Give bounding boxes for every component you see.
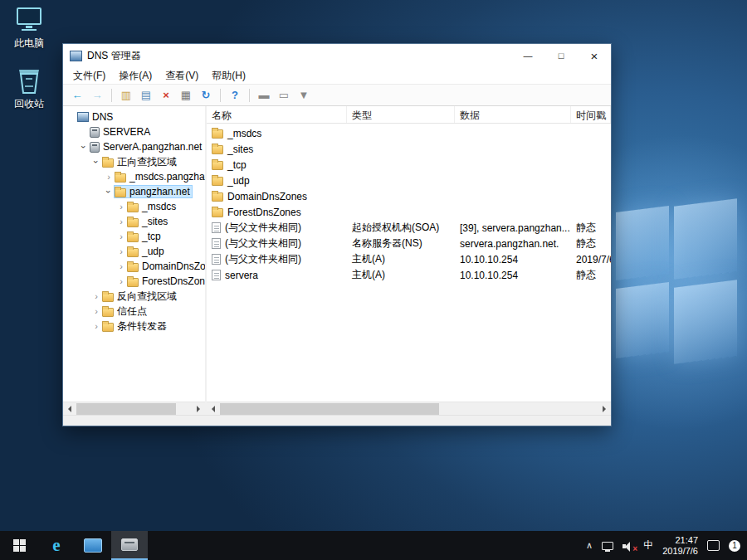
notification-badge[interactable]: 1 [729, 540, 740, 552]
expander-icon[interactable]: › [116, 202, 126, 212]
column-header-0[interactable]: 名称 [207, 106, 347, 123]
expander-icon[interactable]: › [116, 231, 126, 241]
action-center-icon[interactable] [707, 540, 720, 551]
tree-item[interactable]: › 反向查找区域 [63, 289, 205, 304]
tree-item[interactable]: › 正向查找区域 [63, 154, 205, 169]
tree-item[interactable]: › _udp [63, 244, 205, 259]
taskbar-clock[interactable]: 21:47 2019/7/6 [662, 535, 698, 557]
help-icon[interactable]: ? [226, 87, 244, 104]
record-timestamp: 静态 [571, 221, 611, 235]
table-row[interactable]: _udp [207, 173, 611, 188]
hidden-icons-chevron-icon[interactable]: ∧ [586, 540, 593, 551]
filter-icon[interactable]: ▼ [295, 87, 313, 104]
console-tree: DNS SERVERA › ServerA.pangzhan.net › 正向查… [63, 106, 205, 402]
tree-item-label: _msdcs [142, 201, 176, 212]
table-row[interactable]: _tcp [207, 157, 611, 173]
table-row[interactable]: DomainDnsZones [207, 188, 611, 204]
maximize-button[interactable]: □ [544, 44, 578, 67]
folder-icon [127, 218, 139, 227]
tree-item-label: _msdcs.pangzhan.net [129, 171, 205, 183]
tree-item-label: ServerA.pangzhan.net [103, 141, 202, 153]
column-header-3[interactable]: 时间戳 [571, 106, 611, 123]
table-row[interactable]: (与父文件夹相同) 主机(A) 10.10.10.254 2019/7/6 [207, 251, 611, 267]
expander-icon[interactable]: › [116, 217, 126, 226]
list-horizontal-scrollbar[interactable] [207, 402, 611, 415]
record-list-pane: 名称类型数据时间戳 _msdcs _sites _tcp _udp Domain… [207, 106, 611, 415]
windows-logo-pane [616, 206, 669, 280]
column-header-2[interactable]: 数据 [455, 106, 571, 123]
expander-icon[interactable]: › [104, 187, 114, 197]
ime-indicator[interactable]: 中 [643, 538, 653, 553]
tree-item[interactable]: › ServerA.pangzhan.net [63, 139, 205, 154]
scrollbar-track[interactable] [220, 402, 598, 416]
expander-icon[interactable]: › [91, 306, 101, 316]
tree-horizontal-scrollbar[interactable] [63, 402, 205, 415]
table-row[interactable]: _msdcs [207, 125, 611, 141]
scrollbar-thumb[interactable] [220, 403, 439, 415]
table-row[interactable]: (与父文件夹相同) 名称服务器(NS) servera.pangzhan.net… [207, 236, 611, 251]
close-button[interactable]: × [578, 44, 611, 67]
expander-icon[interactable]: › [104, 172, 114, 182]
forward-icon[interactable]: → [88, 87, 106, 104]
tree-item[interactable]: › pangzhan.net [63, 184, 205, 199]
export-list-icon[interactable]: ▦ [177, 87, 195, 104]
expander-icon[interactable]: › [91, 321, 101, 331]
minimize-button[interactable]: — [511, 44, 544, 67]
column-headers: 名称类型数据时间戳 [207, 106, 611, 124]
taskbar-edge-button[interactable]: e [38, 531, 75, 560]
back-icon[interactable]: ← [68, 87, 86, 104]
scroll-right-icon[interactable] [598, 402, 611, 416]
tree-item[interactable]: › ForestDnsZones [63, 274, 205, 289]
desktop-icon-this-pc[interactable]: 此电脑 [2, 5, 56, 51]
folder-icon [127, 248, 139, 257]
table-row[interactable]: (与父文件夹相同) 起始授权机构(SOA) [39], servera.pang… [207, 220, 611, 236]
expander-icon[interactable]: › [91, 291, 101, 301]
console-tree-icon[interactable]: ▥ [117, 87, 135, 104]
view-list-icon[interactable]: ▬ [255, 87, 273, 104]
expander-icon[interactable]: › [116, 261, 126, 271]
titlebar[interactable]: DNS 管理器 — □ × [63, 44, 611, 67]
menu-item[interactable]: 文件(F) [66, 67, 112, 85]
server-icon [90, 142, 100, 153]
windows-logo-pane [674, 280, 737, 363]
menu-item[interactable]: 操作(A) [112, 67, 159, 85]
tree-item[interactable]: SERVERA [63, 124, 205, 139]
tree-item[interactable]: DNS [63, 110, 205, 124]
properties-icon[interactable]: ▤ [137, 87, 155, 104]
scroll-left-icon[interactable] [207, 402, 220, 416]
taskbar-dns-manager-button[interactable] [111, 531, 148, 560]
windows-logo-pane [616, 282, 669, 358]
volume-muted-icon[interactable]: × [622, 541, 634, 551]
scrollbar-track[interactable] [76, 402, 192, 416]
table-row[interactable]: ForestDnsZones [207, 204, 611, 220]
tree-item[interactable]: › _msdcs.pangzhan.net [63, 169, 205, 184]
tree-item[interactable]: › 条件转发器 [63, 319, 205, 334]
expander-icon[interactable]: › [116, 246, 126, 256]
tree-item[interactable]: › DomainDnsZones [63, 259, 205, 274]
scroll-left-icon[interactable] [63, 402, 76, 416]
tree-item[interactable]: › 信任点 [63, 304, 205, 319]
table-row[interactable]: servera 主机(A) 10.10.10.254 静态 [207, 267, 611, 283]
table-row[interactable]: _sites [207, 141, 611, 157]
taskbar-app-button[interactable] [75, 531, 111, 560]
delete-icon[interactable]: × [157, 87, 175, 104]
network-icon[interactable] [602, 542, 613, 550]
scroll-right-icon[interactable] [192, 402, 205, 416]
menu-item[interactable]: 帮助(H) [205, 67, 252, 85]
start-button[interactable] [0, 531, 38, 560]
tree-item[interactable]: › _sites [63, 214, 205, 229]
scrollbar-thumb[interactable] [76, 403, 176, 415]
refresh-icon[interactable]: ↻ [197, 87, 215, 104]
tree-item[interactable]: › _tcp [63, 229, 205, 244]
expander-icon[interactable]: › [91, 157, 101, 167]
expander-icon[interactable]: › [79, 142, 89, 152]
expander-icon[interactable]: › [116, 276, 126, 286]
tree-item-label: DNS [92, 111, 113, 123]
column-header-1[interactable]: 类型 [347, 106, 455, 123]
tree-item[interactable]: › _msdcs [63, 199, 205, 214]
view-details-icon[interactable]: ▭ [275, 87, 293, 104]
desktop-icon-recycle-bin[interactable]: 回收站 [2, 66, 56, 111]
taskbar: e ∧ × 中 21:47 2019/7/6 1 [0, 531, 747, 560]
desktop-icon-label: 此电脑 [2, 37, 56, 51]
menu-item[interactable]: 查看(V) [159, 67, 205, 85]
